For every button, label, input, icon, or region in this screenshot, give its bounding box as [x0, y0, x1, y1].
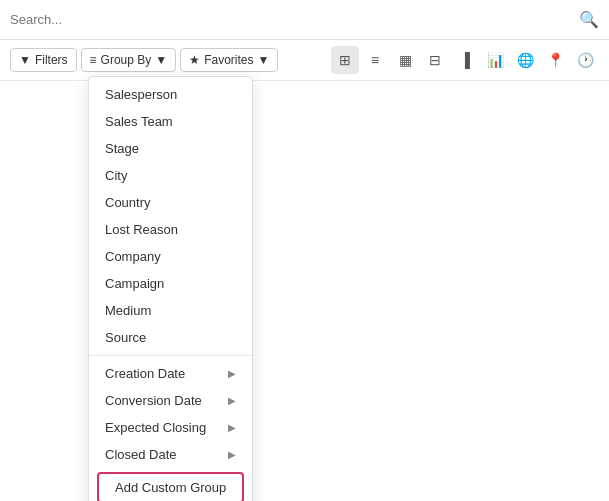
search-bar: 🔍 [0, 0, 609, 40]
add-custom-group-label: Add Custom Group [115, 480, 226, 495]
map-pin-icon: 📍 [547, 52, 564, 68]
groupby-stage[interactable]: Stage [89, 135, 252, 162]
groupby-city-label: City [105, 168, 127, 183]
groupby-creation-date-label: Creation Date [105, 366, 185, 381]
favorites-button[interactable]: ★ Favorites ▼ [180, 48, 278, 72]
groupby-icon: ≡ [90, 53, 97, 67]
groupby-company-label: Company [105, 249, 161, 264]
groupby-conversion-date-label: Conversion Date [105, 393, 202, 408]
groupby-country-label: Country [105, 195, 151, 210]
groupby-closed-date[interactable]: Closed Date ▶ [89, 441, 252, 468]
groupby-country[interactable]: Country [89, 189, 252, 216]
groupby-source-label: Source [105, 330, 146, 345]
line-chart-view-button[interactable]: 📊 [481, 46, 509, 74]
bar-chart-view-button[interactable]: ▐ [451, 46, 479, 74]
activity-icon: 🕐 [577, 52, 594, 68]
menu-divider-1 [89, 355, 252, 356]
view-icons: ⊞ ≡ ▦ ⊟ ▐ 📊 🌐 📍 🕐 [331, 46, 599, 74]
groupby-sales-team-label: Sales Team [105, 114, 173, 129]
groupby-medium-label: Medium [105, 303, 151, 318]
conversion-date-arrow-icon: ▶ [228, 395, 236, 406]
calendar-view-button[interactable]: ▦ [391, 46, 419, 74]
groupby-company[interactable]: Company [89, 243, 252, 270]
expected-closing-arrow-icon: ▶ [228, 422, 236, 433]
groupby-sales-team[interactable]: Sales Team [89, 108, 252, 135]
groupby-campaign[interactable]: Campaign [89, 270, 252, 297]
kanban-icon: ⊞ [339, 52, 351, 68]
groupby-source[interactable]: Source [89, 324, 252, 351]
closed-date-arrow-icon: ▶ [228, 449, 236, 460]
favorites-chevron: ▼ [258, 53, 270, 67]
groupby-dropdown: Salesperson Sales Team Stage City Countr… [88, 76, 253, 501]
activity-view-button[interactable]: 🕐 [571, 46, 599, 74]
bar-chart-icon: ▐ [460, 52, 470, 68]
filters-label: Filters [35, 53, 68, 67]
kanban-view-button[interactable]: ⊞ [331, 46, 359, 74]
line-chart-icon: 📊 [487, 52, 504, 68]
favorites-star-icon: ★ [189, 53, 200, 67]
groupby-campaign-label: Campaign [105, 276, 164, 291]
groupby-label: Group By [101, 53, 152, 67]
groupby-chevron: ▼ [155, 53, 167, 67]
grid-icon: ⊟ [429, 52, 441, 68]
creation-date-arrow-icon: ▶ [228, 368, 236, 379]
list-icon: ≡ [371, 52, 379, 68]
groupby-lost-reason-label: Lost Reason [105, 222, 178, 237]
groupby-medium[interactable]: Medium [89, 297, 252, 324]
add-custom-group-button[interactable]: Add Custom Group [97, 472, 244, 501]
toolbar: ▼ Filters ≡ Group By ▼ ★ Favorites ▼ ⊞ ≡… [0, 40, 609, 81]
pivot-view-button[interactable]: 🌐 [511, 46, 539, 74]
favorites-label: Favorites [204, 53, 253, 67]
pivot-icon: 🌐 [517, 52, 534, 68]
groupby-salesperson[interactable]: Salesperson [89, 81, 252, 108]
groupby-salesperson-label: Salesperson [105, 87, 177, 102]
groupby-lost-reason[interactable]: Lost Reason [89, 216, 252, 243]
calendar-icon: ▦ [399, 52, 412, 68]
list-view-button[interactable]: ≡ [361, 46, 389, 74]
filters-button[interactable]: ▼ Filters [10, 48, 77, 72]
search-button[interactable]: 🔍 [579, 10, 599, 29]
groupby-button[interactable]: ≡ Group By ▼ [81, 48, 177, 72]
grid-view-button[interactable]: ⊟ [421, 46, 449, 74]
groupby-expected-closing[interactable]: Expected Closing ▶ [89, 414, 252, 441]
groupby-city[interactable]: City [89, 162, 252, 189]
filter-icon: ▼ [19, 53, 31, 67]
groupby-stage-label: Stage [105, 141, 139, 156]
map-view-button[interactable]: 📍 [541, 46, 569, 74]
groupby-expected-closing-label: Expected Closing [105, 420, 206, 435]
search-input[interactable] [10, 12, 579, 27]
groupby-creation-date[interactable]: Creation Date ▶ [89, 360, 252, 387]
groupby-closed-date-label: Closed Date [105, 447, 177, 462]
groupby-conversion-date[interactable]: Conversion Date ▶ [89, 387, 252, 414]
